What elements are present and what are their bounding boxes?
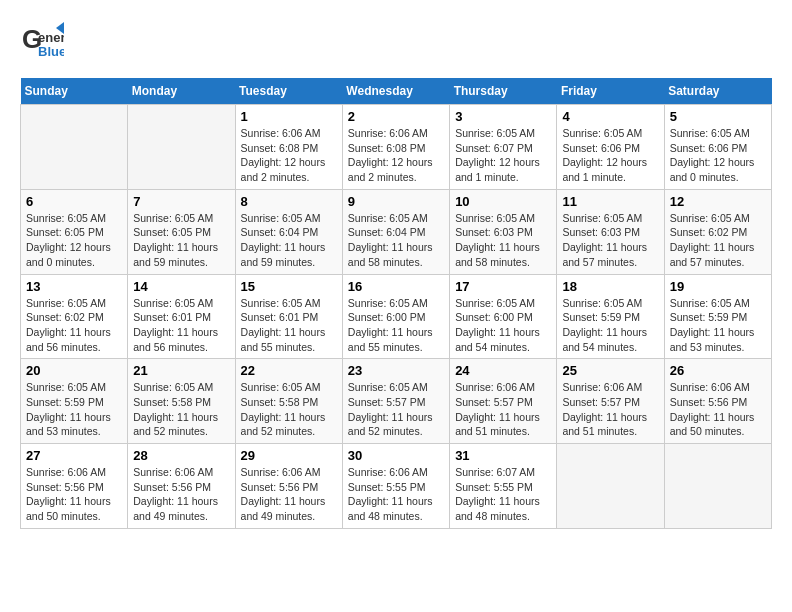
svg-text:Blue: Blue [38,44,64,59]
calendar-cell: 12Sunrise: 6:05 AMSunset: 6:02 PMDayligh… [664,189,771,274]
day-number: 31 [455,448,551,463]
day-info: Sunrise: 6:07 AMSunset: 5:55 PMDaylight:… [455,465,551,524]
logo: G eneral Blue [20,20,64,68]
calendar-cell: 7Sunrise: 6:05 AMSunset: 6:05 PMDaylight… [128,189,235,274]
day-info: Sunrise: 6:05 AMSunset: 6:01 PMDaylight:… [241,296,337,355]
calendar-cell: 28Sunrise: 6:06 AMSunset: 5:56 PMDayligh… [128,444,235,529]
day-info: Sunrise: 6:05 AMSunset: 5:58 PMDaylight:… [133,380,229,439]
day-number: 10 [455,194,551,209]
day-number: 2 [348,109,444,124]
calendar-week-row: 20Sunrise: 6:05 AMSunset: 5:59 PMDayligh… [21,359,772,444]
day-info: Sunrise: 6:05 AMSunset: 6:02 PMDaylight:… [26,296,122,355]
day-number: 17 [455,279,551,294]
calendar-cell: 21Sunrise: 6:05 AMSunset: 5:58 PMDayligh… [128,359,235,444]
day-info: Sunrise: 6:05 AMSunset: 6:02 PMDaylight:… [670,211,766,270]
calendar-cell: 24Sunrise: 6:06 AMSunset: 5:57 PMDayligh… [450,359,557,444]
day-number: 8 [241,194,337,209]
calendar-cell: 8Sunrise: 6:05 AMSunset: 6:04 PMDaylight… [235,189,342,274]
day-info: Sunrise: 6:05 AMSunset: 6:03 PMDaylight:… [455,211,551,270]
calendar-cell: 26Sunrise: 6:06 AMSunset: 5:56 PMDayligh… [664,359,771,444]
calendar-cell: 25Sunrise: 6:06 AMSunset: 5:57 PMDayligh… [557,359,664,444]
day-info: Sunrise: 6:05 AMSunset: 5:57 PMDaylight:… [348,380,444,439]
day-number: 26 [670,363,766,378]
calendar-cell: 29Sunrise: 6:06 AMSunset: 5:56 PMDayligh… [235,444,342,529]
calendar-week-row: 6Sunrise: 6:05 AMSunset: 6:05 PMDaylight… [21,189,772,274]
day-info: Sunrise: 6:05 AMSunset: 6:00 PMDaylight:… [348,296,444,355]
calendar-cell: 18Sunrise: 6:05 AMSunset: 5:59 PMDayligh… [557,274,664,359]
svg-text:eneral: eneral [38,30,64,45]
calendar-week-row: 1Sunrise: 6:06 AMSunset: 6:08 PMDaylight… [21,105,772,190]
day-number: 14 [133,279,229,294]
day-info: Sunrise: 6:05 AMSunset: 6:06 PMDaylight:… [670,126,766,185]
day-number: 1 [241,109,337,124]
day-info: Sunrise: 6:05 AMSunset: 6:00 PMDaylight:… [455,296,551,355]
day-number: 29 [241,448,337,463]
day-info: Sunrise: 6:06 AMSunset: 5:57 PMDaylight:… [455,380,551,439]
day-info: Sunrise: 6:05 AMSunset: 5:59 PMDaylight:… [562,296,658,355]
day-info: Sunrise: 6:05 AMSunset: 6:05 PMDaylight:… [133,211,229,270]
day-number: 12 [670,194,766,209]
day-info: Sunrise: 6:06 AMSunset: 5:56 PMDaylight:… [133,465,229,524]
day-info: Sunrise: 6:06 AMSunset: 5:57 PMDaylight:… [562,380,658,439]
logo-icon: G eneral Blue [20,20,64,68]
col-saturday: Saturday [664,78,771,105]
col-wednesday: Wednesday [342,78,449,105]
calendar-cell: 19Sunrise: 6:05 AMSunset: 5:59 PMDayligh… [664,274,771,359]
calendar-cell [21,105,128,190]
calendar-cell: 20Sunrise: 6:05 AMSunset: 5:59 PMDayligh… [21,359,128,444]
day-number: 21 [133,363,229,378]
calendar-cell: 13Sunrise: 6:05 AMSunset: 6:02 PMDayligh… [21,274,128,359]
day-number: 24 [455,363,551,378]
day-info: Sunrise: 6:06 AMSunset: 6:08 PMDaylight:… [241,126,337,185]
day-number: 16 [348,279,444,294]
calendar-cell: 22Sunrise: 6:05 AMSunset: 5:58 PMDayligh… [235,359,342,444]
calendar-cell: 14Sunrise: 6:05 AMSunset: 6:01 PMDayligh… [128,274,235,359]
day-number: 13 [26,279,122,294]
day-info: Sunrise: 6:05 AMSunset: 5:58 PMDaylight:… [241,380,337,439]
day-number: 15 [241,279,337,294]
calendar-week-row: 13Sunrise: 6:05 AMSunset: 6:02 PMDayligh… [21,274,772,359]
day-number: 23 [348,363,444,378]
day-info: Sunrise: 6:06 AMSunset: 5:56 PMDaylight:… [670,380,766,439]
calendar-cell: 6Sunrise: 6:05 AMSunset: 6:05 PMDaylight… [21,189,128,274]
calendar-cell [557,444,664,529]
col-tuesday: Tuesday [235,78,342,105]
calendar-cell: 4Sunrise: 6:05 AMSunset: 6:06 PMDaylight… [557,105,664,190]
day-info: Sunrise: 6:06 AMSunset: 5:56 PMDaylight:… [26,465,122,524]
day-info: Sunrise: 6:06 AMSunset: 6:08 PMDaylight:… [348,126,444,185]
day-number: 27 [26,448,122,463]
day-number: 28 [133,448,229,463]
day-number: 30 [348,448,444,463]
day-number: 6 [26,194,122,209]
calendar-cell: 16Sunrise: 6:05 AMSunset: 6:00 PMDayligh… [342,274,449,359]
day-number: 3 [455,109,551,124]
day-number: 11 [562,194,658,209]
calendar-header-row: Sunday Monday Tuesday Wednesday Thursday… [21,78,772,105]
col-thursday: Thursday [450,78,557,105]
day-number: 5 [670,109,766,124]
calendar-cell [664,444,771,529]
col-monday: Monday [128,78,235,105]
day-number: 22 [241,363,337,378]
day-number: 4 [562,109,658,124]
col-friday: Friday [557,78,664,105]
day-info: Sunrise: 6:05 AMSunset: 6:04 PMDaylight:… [241,211,337,270]
calendar-cell [128,105,235,190]
day-number: 25 [562,363,658,378]
calendar-cell: 31Sunrise: 6:07 AMSunset: 5:55 PMDayligh… [450,444,557,529]
day-info: Sunrise: 6:05 AMSunset: 5:59 PMDaylight:… [26,380,122,439]
day-number: 18 [562,279,658,294]
day-info: Sunrise: 6:05 AMSunset: 6:05 PMDaylight:… [26,211,122,270]
day-info: Sunrise: 6:06 AMSunset: 5:55 PMDaylight:… [348,465,444,524]
day-info: Sunrise: 6:05 AMSunset: 5:59 PMDaylight:… [670,296,766,355]
day-info: Sunrise: 6:05 AMSunset: 6:06 PMDaylight:… [562,126,658,185]
calendar-cell: 1Sunrise: 6:06 AMSunset: 6:08 PMDaylight… [235,105,342,190]
day-info: Sunrise: 6:06 AMSunset: 5:56 PMDaylight:… [241,465,337,524]
calendar-cell: 15Sunrise: 6:05 AMSunset: 6:01 PMDayligh… [235,274,342,359]
day-info: Sunrise: 6:05 AMSunset: 6:07 PMDaylight:… [455,126,551,185]
calendar-table: Sunday Monday Tuesday Wednesday Thursday… [20,78,772,529]
day-number: 9 [348,194,444,209]
day-info: Sunrise: 6:05 AMSunset: 6:04 PMDaylight:… [348,211,444,270]
day-info: Sunrise: 6:05 AMSunset: 6:03 PMDaylight:… [562,211,658,270]
calendar-cell: 23Sunrise: 6:05 AMSunset: 5:57 PMDayligh… [342,359,449,444]
